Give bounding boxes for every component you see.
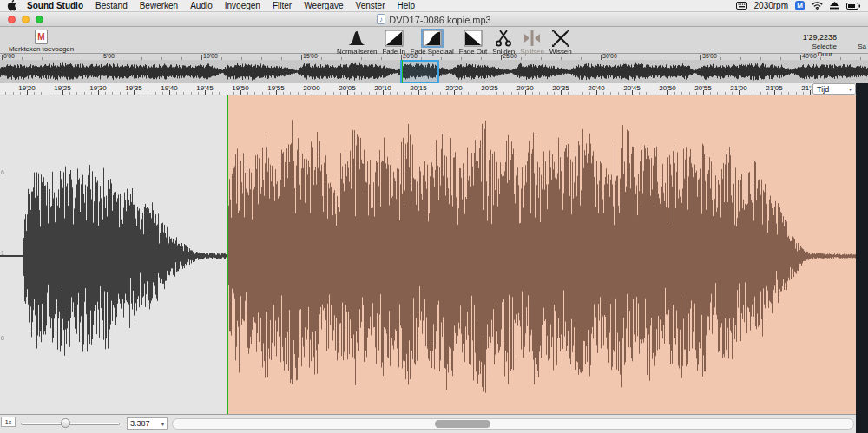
ruler-minor-tick (532, 92, 533, 95)
ruler-time-label: 19'45 (196, 84, 213, 92)
keyboard-input-icon[interactable] (736, 2, 747, 10)
menu-item-audio[interactable]: Audio (184, 1, 219, 10)
screen: Sound Studio Bestand Bewerken Audio Invo… (0, 0, 868, 433)
ruler-minor-tick (476, 92, 477, 95)
ruler-time-label: 20'10 (374, 84, 391, 92)
erase-icon (550, 30, 571, 47)
main-waveform[interactable] (0, 95, 856, 414)
window-title-area: ♪ DVD17-0086 kopie.mp3 (0, 12, 868, 27)
ruler-minor-tick (326, 92, 326, 95)
zoom-slider-track (21, 423, 120, 425)
chevron-down-icon: ▾ (849, 86, 852, 92)
wifi-icon[interactable] (812, 2, 823, 10)
fade-special-button[interactable]: Fade Speciaal (411, 30, 454, 56)
ruler-minor-tick (554, 92, 555, 95)
add-marker-button[interactable]: M Merkteken toevoegen (9, 30, 74, 53)
ruler-minor-tick (233, 92, 234, 95)
ruler-minor-tick (696, 92, 697, 95)
ruler-minor-tick (539, 92, 540, 95)
duration-label: Duur (818, 50, 832, 59)
ruler-minor-tick (518, 92, 519, 95)
ruler-minor-tick (732, 92, 733, 95)
ruler-minor-tick (69, 92, 70, 95)
ruler-minor-tick (49, 92, 49, 95)
ruler-minor-tick (176, 92, 177, 95)
ruler-minor-tick (746, 92, 746, 95)
ruler-minor-tick (689, 92, 690, 95)
menu-item-help[interactable]: Help (391, 1, 421, 10)
rpm-status[interactable]: 2030rpm (754, 1, 788, 10)
scrollbar-thumb[interactable] (435, 420, 490, 428)
ruler-minor-tick (767, 92, 768, 95)
time-unit-label: Tijd (817, 85, 829, 94)
fade-in-label: Fade In (382, 48, 404, 56)
ruler-minor-tick (589, 92, 590, 95)
ruler-time-label: 20'45 (623, 84, 640, 92)
ruler-minor-tick (333, 92, 334, 95)
add-marker-label: Merkteken toevoegen (9, 45, 74, 53)
ruler-time-label: 21'05 (766, 84, 782, 92)
menu-item-venster[interactable]: Venster (350, 1, 391, 10)
horizontal-scrollbar[interactable] (172, 418, 854, 430)
ruler-minor-tick (212, 92, 213, 95)
overview-time-label: 35'00 (702, 53, 717, 59)
ruler-minor-tick (461, 92, 462, 95)
ruler-time-label: 19'35 (125, 84, 141, 92)
ruler-minor-tick (618, 92, 619, 95)
svg-text:♪: ♪ (379, 16, 383, 23)
marker-icon: M (35, 30, 48, 44)
menu-item-invoegen[interactable]: Invoegen (219, 1, 266, 10)
ruler-minor-tick (84, 92, 85, 95)
apple-menu-icon[interactable] (7, 0, 16, 11)
waveform-editor: 6 1 8 (0, 95, 856, 414)
ruler-time-label: 19'50 (232, 84, 248, 92)
overview-time-label: 15'00 (303, 53, 318, 59)
menu-item-bewerken[interactable]: Bewerken (134, 1, 184, 10)
axis-label-middle: 1 (1, 250, 4, 256)
ruler-minor-tick (674, 92, 675, 95)
ruler-minor-tick (483, 92, 483, 95)
ruler-minor-tick (369, 92, 370, 95)
erase-button[interactable]: Wissen (549, 30, 572, 56)
scale-dropdown[interactable]: 3.387 ▾ (127, 417, 168, 430)
scale-value: 3.387 (130, 419, 150, 428)
zoom-slider[interactable] (21, 417, 120, 430)
ruler-minor-tick (76, 92, 77, 95)
ruler-minor-tick (319, 92, 319, 95)
menu-item-filter[interactable]: Filter (266, 1, 298, 10)
fade-in-icon (384, 30, 404, 47)
ruler-minor-tick (127, 92, 128, 95)
split-button: Splitsen (520, 30, 544, 56)
overview-selection-box[interactable] (400, 60, 439, 83)
time-unit-dropdown[interactable]: Tijd ▾ (812, 83, 856, 95)
menu-item-bestand[interactable]: Bestand (89, 1, 134, 10)
cut-button[interactable]: Snijden (492, 30, 515, 56)
battery-icon[interactable] (846, 3, 861, 10)
zoom-level[interactable]: 1x (1, 417, 16, 427)
ruler-minor-tick (781, 92, 782, 95)
ruler-time-label: 20'30 (516, 84, 533, 92)
normalize-icon (346, 30, 367, 47)
ruler-minor-tick (120, 92, 121, 95)
ruler-minor-tick (646, 92, 647, 95)
fade-in-button[interactable]: Fade In (382, 30, 404, 56)
playhead-line[interactable] (227, 95, 228, 414)
ruler-time-label: 21'00 (730, 84, 746, 92)
ruler-minor-tick (404, 92, 405, 95)
title-bar[interactable]: ♪ DVD17-0086 kopie.mp3 (0, 12, 868, 27)
selection-info: 1'29,2238 Selectie Duur (803, 33, 837, 59)
ruler-minor-tick (760, 92, 761, 95)
ruler-time-label: 19'25 (54, 84, 70, 92)
menu-item-weergave[interactable]: Weergave (298, 1, 349, 10)
m-app-icon[interactable]: M (795, 1, 805, 10)
timeline-ruler[interactable]: Tijd ▾ 19'1519'2019'2519'3019'3519'4019'… (0, 83, 856, 95)
zoom-slider-thumb[interactable] (61, 418, 70, 428)
menu-item-app[interactable]: Sound Studio (21, 1, 89, 10)
eject-icon[interactable] (830, 2, 839, 10)
ruler-minor-tick (788, 92, 789, 95)
normalize-button[interactable]: Normaliseren (337, 30, 377, 56)
truncated-right-label: Sa (858, 43, 866, 50)
ruler-minor-tick (254, 92, 255, 95)
ruler-time-label: 20'05 (339, 84, 355, 92)
fade-out-button[interactable]: Fade Out (459, 30, 488, 56)
